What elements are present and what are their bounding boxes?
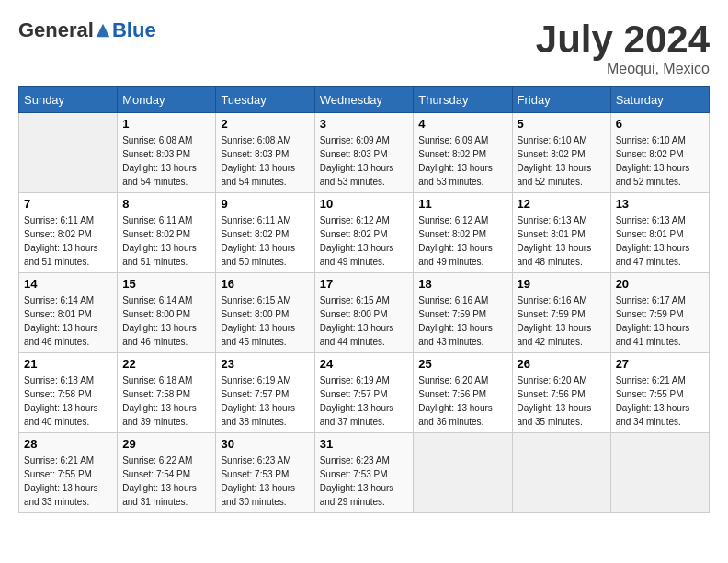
- day-info: Sunrise: 6:17 AMSunset: 7:59 PMDaylight:…: [616, 293, 704, 349]
- day-number: 1: [122, 117, 210, 131]
- day-number: 16: [221, 277, 309, 291]
- day-number: 29: [122, 437, 210, 451]
- day-cell: 19Sunrise: 6:16 AMSunset: 7:59 PMDayligh…: [512, 273, 610, 353]
- day-info: Sunrise: 6:11 AMSunset: 8:02 PMDaylight:…: [24, 213, 112, 269]
- day-cell: 8Sunrise: 6:11 AMSunset: 8:02 PMDaylight…: [118, 193, 216, 273]
- day-info: Sunrise: 6:09 AMSunset: 8:02 PMDaylight:…: [418, 133, 506, 189]
- day-info: Sunrise: 6:10 AMSunset: 8:02 PMDaylight:…: [518, 133, 606, 189]
- day-info: Sunrise: 6:08 AMSunset: 8:03 PMDaylight:…: [122, 133, 210, 189]
- day-number: 8: [122, 197, 210, 211]
- day-cell: 24Sunrise: 6:19 AMSunset: 7:57 PMDayligh…: [314, 353, 414, 433]
- day-cell: 26Sunrise: 6:20 AMSunset: 7:56 PMDayligh…: [512, 353, 610, 433]
- day-number: 19: [518, 277, 606, 291]
- day-number: 22: [122, 357, 210, 371]
- day-cell: 28Sunrise: 6:21 AMSunset: 7:55 PMDayligh…: [19, 433, 118, 513]
- day-number: 11: [418, 197, 506, 211]
- day-info: Sunrise: 6:21 AMSunset: 7:55 PMDaylight:…: [616, 373, 704, 429]
- day-cell: 12Sunrise: 6:13 AMSunset: 8:01 PMDayligh…: [512, 193, 610, 273]
- day-number: 10: [320, 197, 409, 211]
- day-cell: 20Sunrise: 6:17 AMSunset: 7:59 PMDayligh…: [610, 273, 709, 353]
- day-info: Sunrise: 6:23 AMSunset: 7:53 PMDaylight:…: [221, 454, 309, 509]
- week-row-5: 28Sunrise: 6:21 AMSunset: 7:55 PMDayligh…: [19, 433, 710, 513]
- day-cell: 10Sunrise: 6:12 AMSunset: 8:02 PMDayligh…: [314, 193, 414, 273]
- day-number: 30: [221, 437, 309, 451]
- day-number: 12: [518, 197, 606, 211]
- day-number: 25: [418, 357, 506, 371]
- day-number: 7: [24, 197, 112, 211]
- day-info: Sunrise: 6:18 AMSunset: 7:58 PMDaylight:…: [24, 373, 112, 429]
- day-info: Sunrise: 6:11 AMSunset: 8:02 PMDaylight:…: [122, 213, 210, 269]
- day-cell: 30Sunrise: 6:23 AMSunset: 7:53 PMDayligh…: [216, 433, 314, 513]
- day-cell: 16Sunrise: 6:15 AMSunset: 8:00 PMDayligh…: [216, 273, 314, 353]
- day-number: 18: [418, 277, 506, 291]
- day-cell: [610, 433, 709, 513]
- day-info: Sunrise: 6:12 AMSunset: 8:02 PMDaylight:…: [418, 213, 506, 269]
- col-header-monday: Monday: [118, 87, 216, 113]
- day-info: Sunrise: 6:10 AMSunset: 8:02 PMDaylight:…: [616, 133, 704, 189]
- month-title: July 2024: [536, 18, 710, 61]
- day-info: Sunrise: 6:20 AMSunset: 7:56 PMDaylight:…: [518, 373, 606, 429]
- day-number: 2: [221, 117, 309, 131]
- day-number: 9: [221, 197, 309, 211]
- day-info: Sunrise: 6:19 AMSunset: 7:57 PMDaylight:…: [221, 373, 309, 429]
- svg-marker-0: [97, 24, 109, 37]
- week-row-3: 14Sunrise: 6:14 AMSunset: 8:01 PMDayligh…: [19, 273, 710, 353]
- day-cell: 17Sunrise: 6:15 AMSunset: 8:00 PMDayligh…: [314, 273, 414, 353]
- day-info: Sunrise: 6:12 AMSunset: 8:02 PMDaylight:…: [320, 213, 409, 269]
- col-header-wednesday: Wednesday: [314, 87, 414, 113]
- col-header-friday: Friday: [512, 87, 610, 113]
- day-info: Sunrise: 6:18 AMSunset: 7:58 PMDaylight:…: [122, 373, 210, 429]
- day-number: 31: [320, 437, 409, 451]
- day-number: 28: [24, 437, 112, 451]
- day-number: 20: [616, 277, 704, 291]
- day-cell: 15Sunrise: 6:14 AMSunset: 8:00 PMDayligh…: [118, 273, 216, 353]
- day-cell: 22Sunrise: 6:18 AMSunset: 7:58 PMDayligh…: [118, 353, 216, 433]
- day-number: 23: [221, 357, 309, 371]
- day-number: 5: [518, 117, 606, 131]
- day-cell: 25Sunrise: 6:20 AMSunset: 7:56 PMDayligh…: [414, 353, 512, 433]
- day-number: 6: [616, 117, 704, 131]
- day-cell: 2Sunrise: 6:08 AMSunset: 8:03 PMDaylight…: [216, 113, 314, 193]
- day-number: 17: [320, 277, 409, 291]
- day-info: Sunrise: 6:15 AMSunset: 8:00 PMDaylight:…: [221, 293, 309, 349]
- day-info: Sunrise: 6:23 AMSunset: 7:53 PMDaylight:…: [320, 454, 409, 509]
- logo-general: General: [18, 18, 94, 42]
- day-cell: 27Sunrise: 6:21 AMSunset: 7:55 PMDayligh…: [610, 353, 709, 433]
- day-number: 14: [24, 277, 112, 291]
- day-info: Sunrise: 6:09 AMSunset: 8:03 PMDaylight:…: [320, 133, 409, 189]
- day-cell: 1Sunrise: 6:08 AMSunset: 8:03 PMDaylight…: [118, 113, 216, 193]
- day-info: Sunrise: 6:14 AMSunset: 8:01 PMDaylight:…: [24, 293, 112, 349]
- day-info: Sunrise: 6:19 AMSunset: 7:57 PMDaylight:…: [320, 373, 409, 429]
- day-number: 24: [320, 357, 409, 371]
- day-number: 4: [418, 117, 506, 131]
- day-cell: 6Sunrise: 6:10 AMSunset: 8:02 PMDaylight…: [610, 113, 709, 193]
- logo: General Blue: [18, 18, 156, 42]
- day-cell: 14Sunrise: 6:14 AMSunset: 8:01 PMDayligh…: [19, 273, 118, 353]
- day-cell: 29Sunrise: 6:22 AMSunset: 7:54 PMDayligh…: [118, 433, 216, 513]
- day-cell: 23Sunrise: 6:19 AMSunset: 7:57 PMDayligh…: [216, 353, 314, 433]
- day-info: Sunrise: 6:13 AMSunset: 8:01 PMDaylight:…: [518, 213, 606, 269]
- day-info: Sunrise: 6:15 AMSunset: 8:00 PMDaylight:…: [320, 293, 409, 349]
- col-header-thursday: Thursday: [414, 87, 512, 113]
- day-number: 15: [122, 277, 210, 291]
- day-cell: [512, 433, 610, 513]
- day-cell: 18Sunrise: 6:16 AMSunset: 7:59 PMDayligh…: [414, 273, 512, 353]
- day-info: Sunrise: 6:08 AMSunset: 8:03 PMDaylight:…: [221, 133, 309, 189]
- day-cell: 11Sunrise: 6:12 AMSunset: 8:02 PMDayligh…: [414, 193, 512, 273]
- week-row-4: 21Sunrise: 6:18 AMSunset: 7:58 PMDayligh…: [19, 353, 710, 433]
- day-cell: [19, 113, 118, 193]
- day-info: Sunrise: 6:21 AMSunset: 7:55 PMDaylight:…: [24, 454, 112, 509]
- week-row-2: 7Sunrise: 6:11 AMSunset: 8:02 PMDaylight…: [19, 193, 710, 273]
- day-number: 13: [616, 197, 704, 211]
- day-info: Sunrise: 6:13 AMSunset: 8:01 PMDaylight:…: [616, 213, 704, 269]
- day-cell: [414, 433, 512, 513]
- day-number: 3: [320, 117, 409, 131]
- day-cell: 13Sunrise: 6:13 AMSunset: 8:01 PMDayligh…: [610, 193, 709, 273]
- logo-blue: Blue: [112, 18, 156, 42]
- week-row-1: 1Sunrise: 6:08 AMSunset: 8:03 PMDaylight…: [19, 113, 710, 193]
- col-header-sunday: Sunday: [19, 87, 118, 113]
- day-number: 21: [24, 357, 112, 371]
- page-header: General Blue July 2024 Meoqui, Mexico: [18, 18, 710, 77]
- day-info: Sunrise: 6:22 AMSunset: 7:54 PMDaylight:…: [122, 454, 210, 509]
- day-info: Sunrise: 6:11 AMSunset: 8:02 PMDaylight:…: [221, 213, 309, 269]
